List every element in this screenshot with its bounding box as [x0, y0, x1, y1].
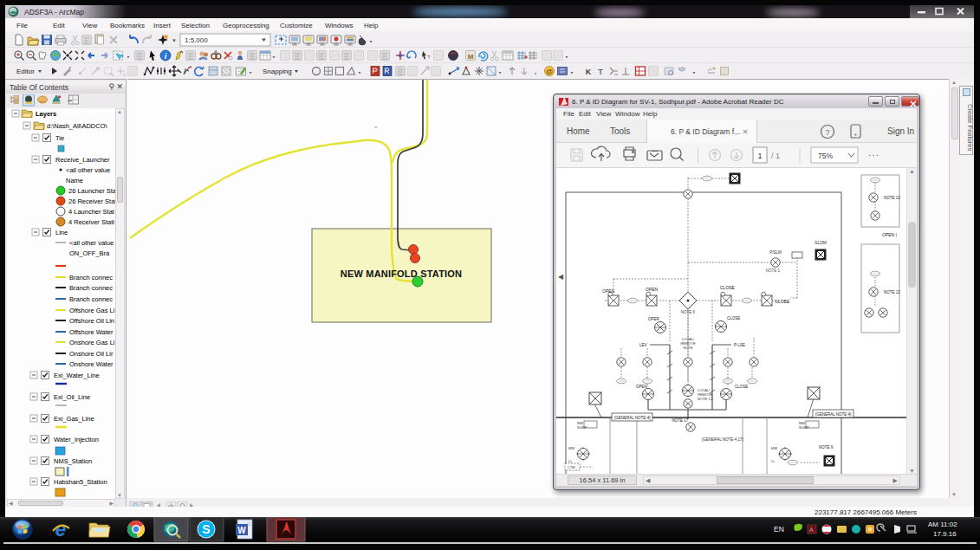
svg-text:P/SLM: P/SLM	[769, 250, 782, 255]
svg-text:@: @	[546, 68, 553, 75]
svg-text:SLDM: SLDM	[815, 240, 827, 245]
svg-text:S: S	[202, 522, 210, 536]
svg-text:Exi_Water_Line: Exi_Water_Line	[54, 372, 100, 379]
svg-text:Layers: Layers	[36, 110, 56, 118]
svg-text:SUMP: SUMP	[577, 425, 587, 430]
svg-text:NMS_Station: NMS_Station	[54, 457, 92, 465]
svg-text:AM 11:02: AM 11:02	[928, 521, 957, 528]
svg-text:<all other value: <all other value	[69, 239, 114, 247]
svg-text:26 Receiver Stat: 26 Receiver Stat	[68, 197, 115, 205]
svg-text:e: e	[55, 518, 67, 540]
svg-text:Offshore Oil Lin: Offshore Oil Lin	[69, 317, 114, 325]
svg-text:?: ?	[825, 128, 829, 137]
svg-text:Habshan5_Station: Habshan5_Station	[54, 478, 107, 486]
svg-text:T: T	[598, 68, 603, 76]
svg-text:NOTE 13: NOTE 13	[884, 196, 900, 200]
svg-text:Branch connec: Branch connec	[69, 295, 113, 303]
svg-text:Tie: Tie	[55, 134, 64, 142]
svg-text:17.9.16: 17.9.16	[933, 530, 957, 538]
svg-text:CLOSE: CLOSE	[735, 385, 748, 389]
svg-text:Offshore Gas Li: Offshore Gas Li	[69, 307, 115, 314]
svg-text:CLOSE: CLOSE	[720, 285, 736, 290]
svg-text:1: 1	[757, 152, 762, 160]
svg-text:Branch connec: Branch connec	[69, 284, 113, 292]
svg-text:NOTE 17: NOTE 17	[672, 418, 689, 423]
svg-text:Receive_Launcher: Receive_Launcher	[55, 156, 110, 164]
svg-text:d:\Nash_All\ADDCO\: d:\Nash_All\ADDCO\	[47, 122, 108, 130]
svg-text:NOTE 9: NOTE 9	[819, 445, 834, 450]
svg-text:NOTE: NOTE	[683, 346, 692, 350]
svg-text:Exi_Oil_Line: Exi_Oil_Line	[54, 393, 90, 401]
svg-text:EN: EN	[774, 525, 784, 534]
svg-text:[GENERAL NOTE-4,17]: [GENERAL NOTE-4,17]	[702, 437, 743, 442]
svg-text:M: M	[468, 53, 474, 61]
svg-text:MW: MW	[568, 446, 574, 450]
svg-text:OPEN (: OPEN (	[882, 232, 898, 237]
svg-text:OPEN: OPEN	[602, 288, 615, 294]
svg-text:NOTE 1,2: NOTE 1,2	[698, 397, 714, 401]
svg-text:GLOBE: GLOBE	[775, 299, 790, 304]
svg-text:OPEN: OPEN	[646, 287, 659, 292]
svg-text:CTM: CTM	[568, 465, 575, 469]
svg-text:4 Launcher Stat: 4 Launcher Stat	[68, 208, 115, 216]
svg-text:W: W	[237, 526, 246, 535]
svg-text:4 Receiver Stati: 4 Receiver Stati	[68, 218, 114, 226]
svg-text:A: A	[214, 49, 217, 55]
svg-text:SUMP: SUMP	[799, 425, 809, 430]
svg-text:Branch connec: Branch connec	[69, 274, 113, 281]
svg-text:Offshore Water: Offshore Water	[69, 328, 114, 336]
svg-text:...: ...	[868, 147, 880, 158]
svg-text:Onshore Water: Onshore Water	[69, 360, 114, 368]
svg-text:A: A	[809, 527, 814, 533]
svg-text:LEV: LEV	[639, 343, 647, 347]
svg-text:Name: Name	[66, 177, 83, 184]
svg-text:[GENERAL NOTE 4]: [GENERAL NOTE 4]	[815, 412, 851, 417]
svg-text:NOTE 1: NOTE 1	[766, 269, 781, 273]
svg-text:1:5,000: 1:5,000	[185, 36, 208, 44]
svg-text:Line: Line	[55, 229, 68, 236]
svg-text:Snapping: Snapping	[263, 68, 292, 75]
svg-text:CLOSE: CLOSE	[727, 316, 740, 320]
svg-text:OPER: OPER	[648, 317, 660, 321]
svg-text:P-LSE: P-LSE	[734, 343, 745, 347]
svg-text:LL: LL	[568, 459, 573, 463]
svg-text:Onshore Gas Li: Onshore Gas Li	[69, 339, 115, 346]
svg-text:ON_OFF_Bra: ON_OFF_Bra	[69, 249, 110, 257]
svg-text:26 Launcher Sta: 26 Launcher Sta	[68, 187, 115, 195]
svg-text:OPEN: OPEN	[636, 385, 647, 389]
svg-text:/ 1: / 1	[771, 152, 780, 160]
svg-text:NEW MANIFOLD STATION: NEW MANIFOLD STATION	[341, 269, 462, 279]
svg-text:[GENERAL NOTE-4]: [GENERAL NOTE-4]	[614, 416, 651, 420]
svg-text:Exi_Gas_Line: Exi_Gas_Line	[54, 415, 94, 423]
svg-text:<all other value: <all other value	[66, 166, 110, 174]
svg-text:‚‚: ‚‚	[374, 121, 378, 129]
svg-text:◀: ◀	[558, 273, 564, 281]
svg-text:75%: 75%	[818, 152, 833, 160]
svg-text:NOTE 6: NOTE 6	[681, 310, 696, 314]
svg-text:LL: LL	[771, 459, 776, 463]
svg-text:MW: MW	[771, 446, 777, 450]
svg-text:Editor: Editor	[16, 68, 35, 75]
svg-text:Water_Injection: Water_Injection	[54, 436, 99, 443]
svg-text:NOTE 13: NOTE 13	[884, 290, 900, 294]
svg-text:Onshore Oil Lir: Onshore Oil Lir	[69, 350, 114, 358]
svg-text:K: K	[586, 68, 592, 76]
